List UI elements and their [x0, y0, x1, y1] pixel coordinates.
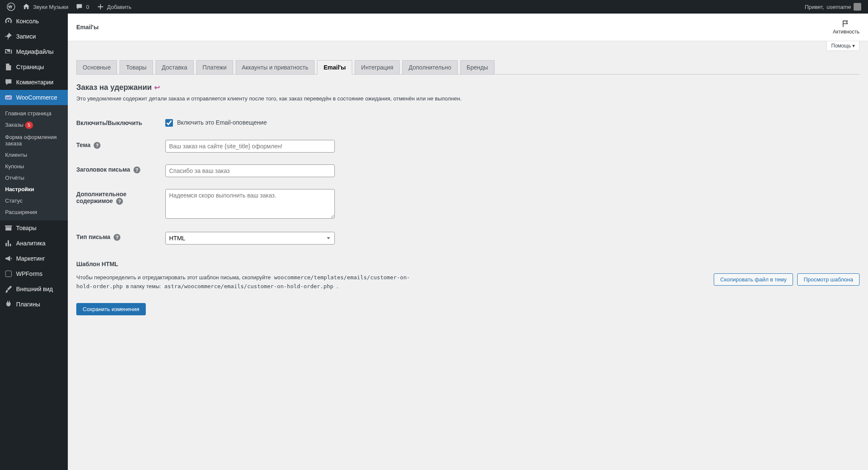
submenu-status[interactable]: Статус — [0, 195, 68, 206]
menu-media[interactable]: Медиафайлы — [0, 44, 68, 59]
username: username — [826, 4, 851, 10]
settings-tabs: Основные Товары Доставка Платежи Аккаунт… — [76, 60, 860, 75]
submenu-customers[interactable]: Клиенты — [0, 149, 68, 161]
submenu-extensions[interactable]: Расширения — [0, 206, 68, 218]
page-icon — [4, 63, 13, 71]
brush-icon — [4, 285, 13, 293]
tab-payments[interactable]: Платежи — [196, 60, 233, 74]
avatar — [854, 3, 861, 11]
subject-label: Тема — [76, 142, 90, 148]
my-account-link[interactable]: Привет, username — [801, 0, 865, 14]
help-icon[interactable]: ? — [114, 234, 120, 241]
dashboard-icon — [4, 17, 13, 25]
section-description: Это уведомление содержит детали заказа и… — [76, 95, 860, 102]
additional-content-input[interactable] — [165, 189, 335, 219]
menu-products[interactable]: Товары — [0, 220, 68, 236]
help-icon[interactable]: ? — [116, 198, 123, 205]
comment-icon — [75, 3, 83, 11]
section-title: Заказ на удержании — [76, 83, 152, 92]
admin-bar: Звуки Музыки 0 Добавить Привет, username — [0, 0, 868, 14]
menu-appearance[interactable]: Внешний вид — [0, 281, 68, 297]
tab-accounts[interactable]: Аккаунты и приватность — [236, 60, 315, 74]
help-icon[interactable]: ? — [134, 167, 140, 173]
menu-pages[interactable]: Страницы — [0, 59, 68, 75]
add-new-link[interactable]: Добавить — [93, 0, 135, 14]
menu-posts[interactable]: Записи — [0, 29, 68, 44]
woocommerce-icon — [4, 93, 13, 102]
menu-wpforms[interactable]: WPForms — [0, 266, 68, 281]
chevron-down-icon: ▾ — [852, 43, 855, 49]
wp-logo[interactable] — [3, 0, 19, 14]
site-name: Звуки Музыки — [33, 4, 68, 10]
subject-input[interactable] — [165, 140, 335, 153]
comments-count: 0 — [86, 4, 89, 10]
enable-checkbox-label[interactable]: Включить это Email-оповещение — [177, 119, 267, 126]
enable-label: Включить/Выключить — [76, 112, 165, 134]
svg-rect-2 — [6, 271, 11, 277]
template-dest-path: astra/woocommerce/emails/customer-on-hol… — [163, 283, 335, 290]
orders-badge: 5 — [25, 122, 33, 129]
menu-woocommerce[interactable]: WooCommerce — [0, 90, 68, 105]
menu-plugins[interactable]: Плагины — [0, 297, 68, 312]
template-description: Чтобы переопределить и отредактировать э… — [76, 273, 424, 291]
plug-icon — [4, 300, 13, 309]
template-section-title: Шаблон HTML — [76, 261, 860, 267]
back-link[interactable]: ↩ — [154, 83, 160, 92]
submenu-reports[interactable]: Отчёты — [0, 172, 68, 184]
archive-icon — [4, 224, 13, 232]
submenu-coupons[interactable]: Купоны — [0, 161, 68, 172]
help-tab[interactable]: Помощь ▾ — [826, 41, 860, 51]
chart-icon — [4, 239, 13, 248]
tab-products[interactable]: Товары — [120, 60, 153, 74]
submenu-checkout-form[interactable]: Форма оформления заказа — [0, 131, 68, 149]
help-icon[interactable]: ? — [94, 142, 100, 149]
heading-input[interactable] — [165, 164, 335, 177]
woo-topbar: Email'ы Активность — [68, 14, 868, 41]
home-icon — [22, 3, 31, 11]
woo-submenu: Главная страница Заказы5 Форма оформлени… — [0, 105, 68, 220]
heading-label: Заголовок письма — [76, 166, 130, 173]
greeting-prefix: Привет, — [805, 4, 824, 10]
media-icon — [4, 47, 13, 56]
tab-integration[interactable]: Интеграция — [355, 60, 400, 74]
settings-form: Включить/Выключить Включить это Email-оп… — [76, 112, 860, 250]
menu-comments[interactable]: Комментарии — [0, 75, 68, 90]
type-label: Тип письма — [76, 234, 110, 240]
tab-shipping[interactable]: Доставка — [156, 60, 194, 74]
admin-sidebar: Консоль Записи Медиафайлы Страницы Комме… — [0, 14, 68, 470]
plus-icon — [96, 3, 105, 11]
form-icon — [4, 270, 13, 278]
comment-icon — [4, 78, 13, 86]
add-new-label: Добавить — [107, 4, 131, 10]
wordpress-icon — [7, 3, 15, 11]
main-content: Email'ы Активность Помощь ▾ Основные Тов… — [68, 14, 868, 470]
submenu-settings[interactable]: Настройки — [0, 184, 68, 195]
tab-general[interactable]: Основные — [76, 60, 117, 74]
site-name-link[interactable]: Звуки Музыки — [19, 0, 72, 14]
megaphone-icon — [4, 254, 13, 263]
pin-icon — [4, 32, 13, 41]
menu-dashboard[interactable]: Консоль — [0, 14, 68, 29]
save-button[interactable]: Сохранить изменения — [76, 303, 146, 315]
flag-icon — [842, 19, 850, 28]
enable-checkbox[interactable] — [165, 119, 173, 127]
tab-advanced[interactable]: Дополнительно — [402, 60, 458, 74]
page-title: Email'ы — [76, 24, 99, 31]
activity-button[interactable]: Активность — [833, 19, 860, 35]
view-template-button[interactable]: Просмотр шаблона — [797, 273, 860, 286]
submenu-home[interactable]: Главная страница — [0, 108, 68, 119]
tab-emails[interactable]: Email'ы — [317, 60, 352, 75]
tab-brands[interactable]: Бренды — [460, 60, 495, 74]
submenu-orders[interactable]: Заказы5 — [0, 119, 68, 131]
comments-link[interactable]: 0 — [72, 0, 92, 14]
section-title-row: Заказ на удержании ↩ — [76, 83, 860, 92]
menu-marketing[interactable]: Маркетинг — [0, 251, 68, 266]
email-type-select[interactable]: HTML — [165, 232, 335, 245]
copy-template-button[interactable]: Скопировать файл в тему — [714, 273, 793, 286]
menu-analytics[interactable]: Аналитика — [0, 236, 68, 251]
